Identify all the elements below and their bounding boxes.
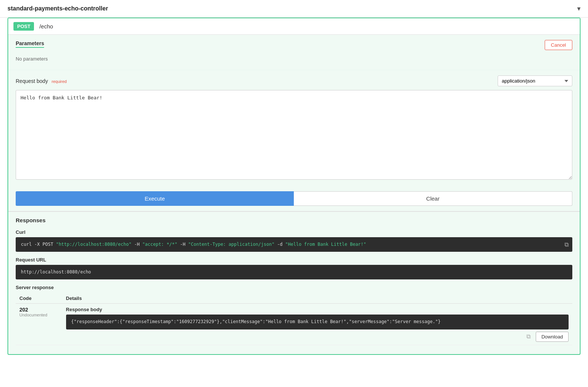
- execute-button[interactable]: Execute: [16, 191, 294, 206]
- request-url-label: Request URL: [16, 257, 572, 263]
- curl-url: "http://localhost:8080/echo": [56, 242, 131, 247]
- curl-label: Curl: [16, 229, 572, 235]
- server-response-title: Server response: [16, 285, 572, 290]
- params-header-row: Parameters Cancel: [16, 40, 572, 50]
- curl-flags: -H "accept: */*" -H "Content-Type: appli…: [131, 242, 366, 247]
- required-badge: required: [52, 79, 66, 84]
- response-body-box: {"responseHeader":{"responseTimestamp":"…: [66, 315, 569, 329]
- curl-box: curl -X POST "http://localhost:8080/echo…: [16, 237, 572, 252]
- curl-command: curl -X POST: [21, 242, 56, 247]
- table-row: 202 Undocumented Response body {"respons…: [16, 304, 572, 345]
- endpoint-path: /echo: [39, 23, 53, 30]
- request-url-box: http://localhost:8080/echo: [16, 265, 572, 279]
- content-type-select[interactable]: application/json text/plain: [498, 75, 572, 86]
- params-section: Parameters Cancel No parameters: [8, 35, 580, 70]
- request-body-label: Request body required: [16, 78, 67, 84]
- params-title: Parameters: [16, 40, 44, 48]
- response-code: 202: [19, 307, 28, 313]
- controller-title: standard-payments-echo-controller: [7, 5, 108, 12]
- request-body-section: Request body required application/json t…: [8, 70, 580, 186]
- controller-header: standard-payments-echo-controller ▾: [0, 0, 588, 18]
- response-code-cell: 202 Undocumented: [16, 304, 62, 345]
- curl-text: curl -X POST "http://localhost:8080/echo…: [21, 242, 366, 247]
- details-col-header: Details: [62, 293, 572, 304]
- response-table: Code Details 202 Undocumented Response b…: [16, 293, 572, 345]
- request-url-section: Request URL http://localhost:8080/echo: [16, 257, 572, 279]
- download-button[interactable]: Download: [536, 332, 569, 342]
- response-details-cell: Response body {"responseHeader":{"respon…: [62, 304, 572, 345]
- request-url-value: http://localhost:8080/echo: [21, 269, 91, 275]
- server-response-section: Server response Code Details 202 Undocum…: [16, 285, 572, 345]
- curl-copy-icon[interactable]: ⧉: [564, 240, 569, 250]
- responses-section: Responses Curl curl -X POST "http://loca…: [8, 211, 580, 354]
- no-params-text: No parameters: [16, 53, 572, 65]
- endpoint-bar: POST /echo: [8, 18, 580, 35]
- code-col-header: Code: [16, 293, 62, 304]
- cancel-button[interactable]: Cancel: [545, 40, 572, 50]
- request-body-header: Request body required application/json t…: [16, 75, 572, 86]
- undocumented-badge: Undocumented: [19, 313, 59, 317]
- response-actions: ⧉ Download: [66, 332, 569, 342]
- chevron-icon[interactable]: ▾: [577, 4, 581, 13]
- response-copy-button[interactable]: ⧉: [524, 332, 533, 341]
- curl-section: Curl curl -X POST "http://localhost:8080…: [16, 229, 572, 252]
- responses-title: Responses: [16, 217, 572, 223]
- clear-button[interactable]: Clear: [294, 191, 572, 206]
- endpoint-section: POST /echo Parameters Cancel No paramete…: [7, 18, 581, 355]
- response-body-label: Response body: [66, 307, 569, 312]
- request-body-textarea[interactable]: Hello from Bank Little Bear!: [16, 90, 572, 180]
- buttons-row: Execute Clear: [16, 191, 572, 206]
- response-body-text: {"responseHeader":{"responseTimestamp":"…: [71, 319, 441, 324]
- page-container: standard-payments-echo-controller ▾ POST…: [0, 0, 588, 387]
- method-badge: POST: [13, 22, 34, 31]
